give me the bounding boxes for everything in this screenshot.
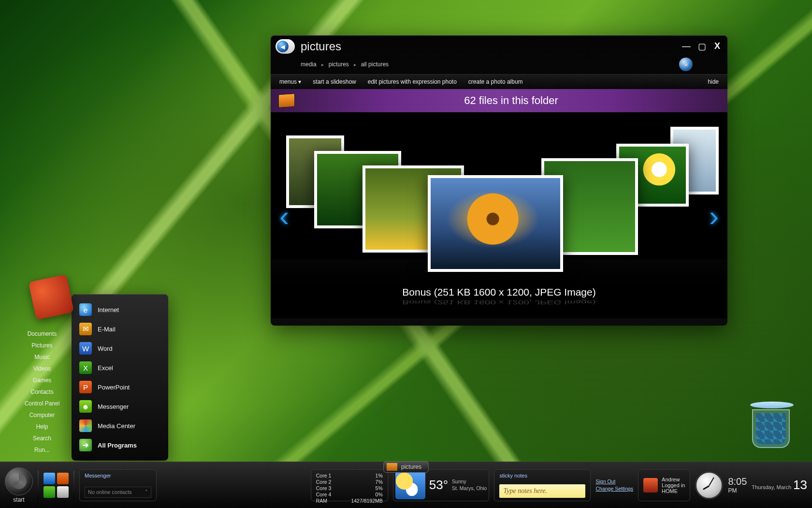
program-messenger[interactable]: ☻Messenger bbox=[72, 397, 168, 416]
recycle-lid-icon bbox=[750, 402, 794, 408]
breadcrumb-sep-icon: ▸ bbox=[354, 62, 356, 67]
taskbar-separator bbox=[38, 471, 39, 500]
minimize-button[interactable]: — bbox=[681, 41, 692, 52]
sidebar-item-help[interactable]: Help bbox=[15, 421, 69, 433]
back-arrow-icon: ◄ bbox=[277, 41, 289, 52]
breadcrumb-sep-icon: ▸ bbox=[321, 62, 324, 67]
titlebar[interactable]: ◄ pictures — ▢ X bbox=[271, 35, 727, 58]
program-label: PowerPoint bbox=[98, 384, 130, 391]
folder-count: 62 files in this folder bbox=[303, 94, 720, 107]
prev-arrow-icon[interactable]: ‹ bbox=[279, 199, 289, 233]
album-button[interactable]: create a photo album bbox=[468, 78, 523, 85]
weather-condition: Sunny bbox=[452, 478, 487, 485]
stack-icon bbox=[387, 463, 397, 471]
cpu-panel[interactable]: Core 11% Core 27% Core 35% Core 40% RAM1… bbox=[311, 469, 388, 501]
next-arrow-icon[interactable]: › bbox=[709, 199, 719, 233]
program-powerpoint[interactable]: PPowerPoint bbox=[72, 377, 168, 397]
program-excel[interactable]: XExcel bbox=[72, 358, 168, 377]
breadcrumb-item[interactable]: media bbox=[301, 61, 317, 68]
image-caption: Bonus (251 KB 1600 x 1200, JPEG Image) B… bbox=[271, 286, 727, 318]
core-value: 7% bbox=[376, 479, 383, 485]
caption-text: Bonus (251 KB 1600 x 1200, JPEG Image) bbox=[402, 286, 595, 298]
clock-panel[interactable]: 8:05 PM bbox=[695, 471, 747, 499]
quick-launch bbox=[44, 473, 69, 498]
thumbnail-selected[interactable] bbox=[428, 175, 563, 272]
stack-icon bbox=[278, 93, 295, 108]
messenger-icon: ☻ bbox=[79, 400, 92, 413]
program-email[interactable]: ✉E-Mail bbox=[72, 319, 168, 339]
program-media-center[interactable]: Media Center bbox=[72, 416, 168, 435]
weather-location: St. Marys, Ohio bbox=[452, 485, 487, 492]
toolbar: menus ▾ start a slideshow edit pictures … bbox=[271, 74, 727, 89]
pictures-window[interactable]: ◄ pictures — ▢ X media ▸ pictures ▸ all … bbox=[271, 35, 727, 326]
start-label: start bbox=[13, 496, 24, 503]
quick-launch-explorer-icon[interactable] bbox=[57, 486, 69, 498]
change-settings-link[interactable]: Change Settings bbox=[595, 486, 633, 492]
slideshow-button[interactable]: start a slideshow bbox=[313, 78, 356, 85]
word-icon: W bbox=[79, 342, 92, 355]
start-button[interactable]: start bbox=[5, 467, 33, 503]
program-label: E-Mail bbox=[98, 326, 116, 333]
all-programs-icon: ➔ bbox=[79, 439, 92, 451]
back-button[interactable]: ◄ bbox=[276, 39, 295, 54]
user-status: Logged in bbox=[662, 482, 685, 488]
gallery[interactable]: ‹ › bbox=[271, 112, 727, 286]
maximize-button[interactable]: ▢ bbox=[696, 41, 707, 52]
recycle-bin[interactable] bbox=[750, 402, 792, 448]
window-title: pictures bbox=[301, 40, 341, 53]
program-word[interactable]: WWord bbox=[72, 339, 168, 358]
user-location: HOME bbox=[662, 488, 685, 494]
quick-launch-powerpoint-icon[interactable] bbox=[57, 473, 69, 484]
ie-icon: e bbox=[79, 303, 92, 316]
notes-input[interactable]: Type notes here. bbox=[499, 484, 585, 498]
user-avatar-icon bbox=[643, 478, 658, 493]
system-links: Sign Out Change Settings bbox=[595, 478, 633, 492]
weather-temp: 53° bbox=[429, 478, 448, 493]
sidebar-item-games[interactable]: Games bbox=[15, 374, 69, 386]
taskbar-separator bbox=[73, 471, 74, 500]
program-internet[interactable]: eInternet bbox=[72, 300, 168, 319]
clock-ampm: PM bbox=[728, 487, 747, 494]
sticky-notes-panel[interactable]: sticky notes Type notes here. bbox=[494, 469, 591, 501]
chevron-up-icon[interactable]: ˄ bbox=[145, 489, 148, 495]
start-menu[interactable]: Documents Pictures Music Videos Games Co… bbox=[13, 294, 168, 461]
date-display: Thursday, March 13 bbox=[752, 478, 807, 493]
quick-launch-excel-icon[interactable] bbox=[44, 486, 55, 498]
breadcrumb[interactable]: media ▸ pictures ▸ all pictures ★ bbox=[271, 58, 727, 74]
sidebar-item-run[interactable]: Run... bbox=[15, 444, 69, 456]
all-programs[interactable]: ➔All Programs bbox=[72, 435, 168, 455]
program-label: All Programs bbox=[98, 442, 137, 449]
taskbar: pictures start Messenger No online conta… bbox=[0, 462, 812, 508]
program-label: Word bbox=[98, 345, 113, 352]
excel-icon: X bbox=[79, 361, 92, 374]
sidebar-item-control-panel[interactable]: Control Panel bbox=[15, 398, 69, 409]
user-panel[interactable]: Andrew Logged in HOME bbox=[638, 469, 690, 501]
program-label: Media Center bbox=[98, 422, 135, 430]
user-avatar[interactable] bbox=[29, 274, 74, 320]
favorites-icon[interactable]: ★ bbox=[679, 58, 693, 71]
close-button[interactable]: X bbox=[712, 41, 723, 52]
breadcrumb-item[interactable]: pictures bbox=[329, 61, 349, 68]
sign-out-link[interactable]: Sign Out bbox=[595, 478, 615, 484]
clock-time: 8:05 bbox=[728, 476, 747, 487]
sidebar-item-contacts[interactable]: Contacts bbox=[15, 386, 69, 398]
media-center-icon bbox=[79, 419, 92, 432]
sidebar-item-computer[interactable]: Computer bbox=[15, 409, 69, 421]
edit-button[interactable]: edit pictures with expression photo bbox=[368, 78, 457, 85]
mail-icon: ✉ bbox=[79, 323, 92, 335]
breadcrumb-item[interactable]: all pictures bbox=[361, 61, 389, 68]
quick-launch-ie-icon[interactable] bbox=[44, 473, 55, 484]
taskbar-app-pictures[interactable]: pictures bbox=[383, 461, 429, 473]
hide-button[interactable]: hide bbox=[708, 78, 719, 85]
sidebar-item-documents[interactable]: Documents bbox=[15, 328, 69, 340]
core-value: 1% bbox=[376, 473, 383, 479]
menus-button[interactable]: menus ▾ bbox=[279, 78, 301, 85]
sidebar-item-pictures[interactable]: Pictures bbox=[15, 340, 69, 351]
messenger-panel[interactable]: Messenger No online contacts ˄ bbox=[79, 469, 157, 501]
sidebar-item-search[interactable]: Search bbox=[15, 433, 69, 444]
messenger-status-field[interactable]: No online contacts ˄ bbox=[85, 487, 151, 498]
weather-panel[interactable]: 53° Sunny St. Marys, Ohio bbox=[393, 469, 490, 501]
sidebar-item-videos[interactable]: Videos bbox=[15, 363, 69, 374]
sidebar-item-music[interactable]: Music bbox=[15, 351, 69, 363]
core-value: 0% bbox=[376, 492, 383, 498]
